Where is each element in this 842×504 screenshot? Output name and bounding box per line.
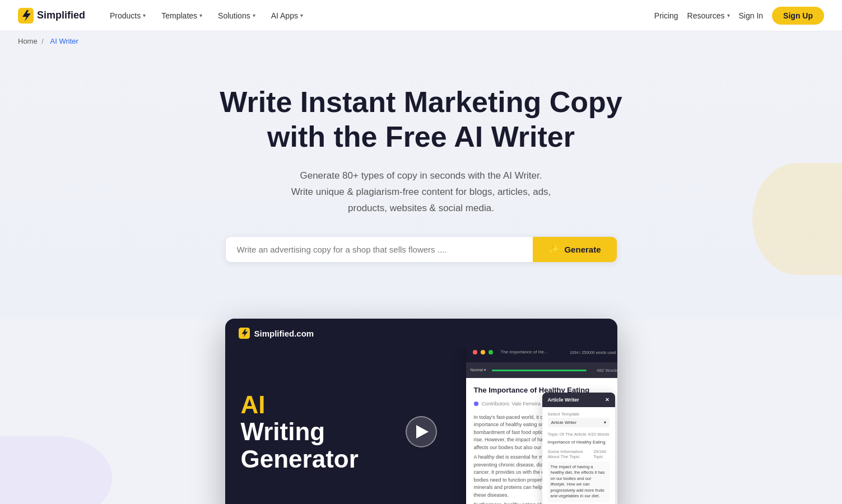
video-mockup-right: The Importance of He... 1634 / 250000 wo… [444,348,617,504]
generate-button[interactable]: ✨ Generate [533,237,616,262]
info-label: Some Information About The Topic [548,449,594,459]
nav-products[interactable]: Products ▾ [103,7,152,25]
ai-apps-chevron-icon: ▾ [300,12,303,18]
logo-link[interactable]: Simplified [18,8,85,24]
author-dot [474,402,478,406]
video-card: Simplified.com AI Writing Generator [225,319,617,504]
search-bar: ✨ Generate [225,236,617,263]
info-count: 29/240 Topic [593,449,609,460]
side-panel-body: Select Template Article Writer ▾ Topic O… [542,407,615,504]
video-logo-area: Simplified.com [239,328,314,339]
article-panel-toolbar-top: The Importance of He... 1634 / 250000 wo… [466,348,617,362]
logo-icon [18,8,34,24]
topic-value: Importance of Healthy Eating [548,439,610,445]
hero-subtitle: Generate 80+ types of copy in seconds wi… [264,168,578,217]
video-writing-label: Writing [241,418,428,445]
word-count-badge: 482 Words [597,368,617,373]
side-panel: Article Writer ✕ Select Template Article… [542,393,615,504]
play-triangle-icon [416,425,429,438]
word-counter: 1634 / 250000 words used [570,351,616,354]
video-logo-icon [239,328,250,339]
select-chevron-icon: ▾ [604,420,606,425]
breadcrumb: Home / AI Writer [0,31,842,51]
video-section: Simplified.com AI Writing Generator [0,319,842,504]
navbar: Simplified Products ▾ Templates ▾ Soluti… [0,0,842,31]
video-header: Simplified.com [225,319,617,348]
nav-links: Products ▾ Templates ▾ Solutions ▾ AI Ap… [103,7,654,25]
progress-bar-filled [492,370,587,371]
formatting-toolbar: Normal ▾ 482 Words [466,362,617,378]
logo-text: Simplified [37,10,85,21]
breadcrumb-home[interactable]: Home [18,37,38,45]
side-panel-header: Article Writer ✕ [542,393,615,407]
info-textarea[interactable]: The impact of having a healthy diet, the… [548,461,610,502]
wand-icon: ✨ [548,244,560,255]
nav-pricing[interactable]: Pricing [654,11,678,20]
signup-button[interactable]: Sign Up [772,7,824,25]
page-wrapper: Write Instant Marketing Copy with the Fr… [0,51,842,504]
template-select[interactable]: Article Writer ▾ [548,418,610,427]
video-generator-label: Generator [241,446,428,473]
topic-field-header: Topic Of The Article 4/20 Words [548,432,610,438]
topic-label: Topic Of The Article [548,432,587,437]
video-ai-label: AI [241,391,428,418]
info-field-header: Some Information About The Topic 29/240 … [548,449,610,460]
breadcrumb-current: AI Writer [50,37,78,45]
prompt-input[interactable] [226,237,533,262]
products-chevron-icon: ▾ [143,12,146,18]
close-dot [473,350,477,354]
solutions-chevron-icon: ▾ [253,12,255,18]
video-content: AI Writing Generator [225,348,617,504]
nav-templates[interactable]: Templates ▾ [155,7,209,25]
hero-section: Write Instant Marketing Copy with the Fr… [0,51,842,319]
nav-resources[interactable]: Resources ▾ [687,11,730,20]
play-button[interactable] [406,416,437,447]
nav-solutions[interactable]: Solutions ▾ [211,7,262,25]
maximize-dot [489,350,493,354]
nav-right: Pricing Resources ▾ Sign In Sign Up [654,7,824,25]
minimize-dot [481,350,485,354]
breadcrumb-separator: / [41,37,44,45]
templates-chevron-icon: ▾ [199,12,202,18]
video-text-left: AI Writing Generator [225,348,444,504]
topic-count: 4/20 Words [588,432,609,438]
template-label: Select Template [548,412,610,417]
close-icon: ✕ [605,397,610,403]
panel-title-small: The Importance of He... [501,349,566,354]
video-logo-text: Simplified.com [254,329,314,338]
hero-title: Write Instant Marketing Copy with the Fr… [208,85,634,155]
signin-button[interactable]: Sign In [739,11,764,20]
nav-ai-apps[interactable]: AI Apps ▾ [264,7,310,25]
resources-chevron-icon: ▾ [727,12,730,18]
